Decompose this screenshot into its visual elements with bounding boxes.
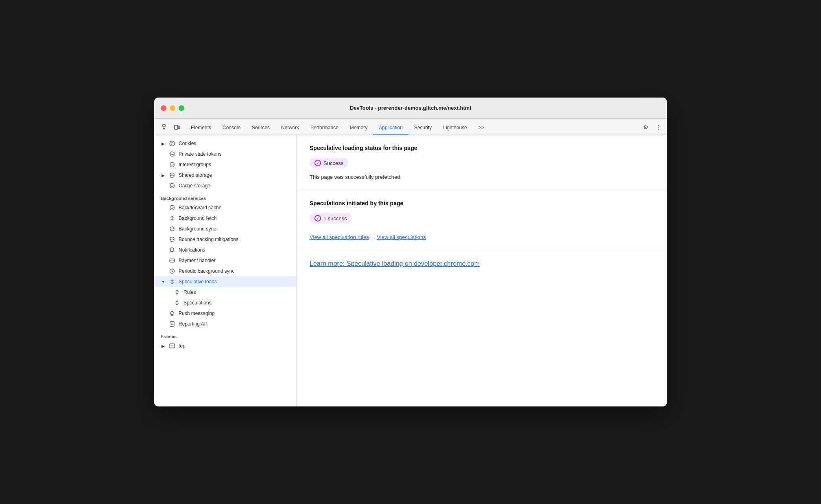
speculative-loads-label: Speculative loads — [179, 279, 217, 285]
view-all-speculations-link[interactable]: View all speculations — [377, 234, 426, 240]
sidebar-item-push-messaging[interactable]: Push messaging — [154, 308, 296, 319]
push-messaging-label: Push messaging — [179, 311, 215, 316]
tab-elements[interactable]: Elements — [185, 122, 217, 135]
one-success-checkmark-icon: ✓ — [314, 215, 321, 222]
learn-more-section: Learn more: Speculative loading on devel… — [297, 250, 667, 277]
sidebar-item-reporting-api[interactable]: Reporting API — [154, 319, 296, 329]
title-bar: DevTools - prerender-demos.glitch.me/nex… — [154, 98, 667, 119]
sidebar-item-speculative-loads[interactable]: ▼ Speculative loads — [154, 276, 296, 287]
svg-rect-21 — [170, 344, 175, 348]
notifications-icon — [169, 247, 175, 253]
toolbar-icons — [157, 122, 185, 135]
svg-rect-4 — [178, 126, 180, 129]
close-button[interactable] — [161, 105, 166, 111]
back-forward-cache-label: Back/forward cache — [179, 205, 221, 211]
speculative-loading-description: This page was successfully prefetched. — [310, 174, 654, 180]
svg-point-14 — [170, 237, 174, 240]
speculations-initiated-section: Speculations initiated by this page ✓ 1 … — [297, 190, 667, 250]
svg-point-7 — [172, 143, 173, 143]
speculations-icon — [174, 300, 180, 306]
push-messaging-icon — [169, 310, 175, 317]
sidebar-item-notifications[interactable]: Notifications — [154, 245, 296, 255]
tab-network[interactable]: Network — [275, 122, 305, 135]
sidebar: ▶ Cookies — [154, 135, 297, 406]
device-toolbar-icon[interactable] — [172, 122, 182, 132]
frames-section-label: Frames — [154, 329, 296, 341]
links-row: View all speculation rules · View all sp… — [310, 234, 654, 240]
speculative-loading-title: Speculative loading status for this page — [310, 145, 654, 151]
shared-storage-expand-icon: ▶ — [161, 173, 166, 178]
background-fetch-icon — [169, 215, 175, 222]
periodic-background-sync-label: Periodic background sync — [179, 268, 234, 274]
private-state-tokens-icon — [169, 151, 175, 157]
toolbar-right-icons: ⚙ ⋮ — [641, 122, 664, 135]
background-fetch-label: Background fetch — [179, 215, 216, 221]
cookies-expand-icon: ▶ — [161, 141, 166, 146]
sidebar-item-cookies[interactable]: ▶ Cookies — [154, 138, 296, 149]
tab-bar: Elements Console Sources Network Perform… — [154, 119, 667, 135]
sidebar-item-private-state-tokens[interactable]: Private state tokens — [154, 149, 296, 159]
shared-storage-icon — [169, 172, 175, 178]
svg-point-11 — [170, 173, 174, 176]
sidebar-item-background-sync[interactable]: Background sync — [154, 224, 296, 234]
dot-separator: · — [372, 234, 374, 240]
svg-rect-15 — [170, 259, 175, 262]
svg-rect-0 — [163, 124, 165, 127]
svg-point-12 — [170, 184, 174, 187]
cookies-icon — [169, 140, 175, 147]
top-frame-label: top — [179, 343, 186, 349]
sidebar-item-background-fetch[interactable]: Background fetch — [154, 213, 296, 224]
svg-point-5 — [170, 141, 175, 146]
tab-lighthouse[interactable]: Lighthouse — [437, 122, 473, 135]
svg-point-10 — [170, 163, 174, 165]
more-options-icon[interactable]: ⋮ — [654, 122, 664, 132]
main-content: ▶ Cookies — [154, 135, 667, 406]
interest-groups-icon — [169, 161, 175, 168]
settings-icon[interactable]: ⚙ — [641, 122, 651, 132]
sidebar-item-back-forward-cache[interactable]: Back/forward cache — [154, 202, 296, 213]
sidebar-item-cache-storage[interactable]: Cache storage — [154, 180, 296, 191]
inspect-element-icon[interactable] — [161, 122, 170, 132]
speculative-loads-expand-icon: ▼ — [161, 279, 166, 284]
interest-groups-label: Interest groups — [179, 162, 211, 167]
sidebar-item-periodic-background-sync[interactable]: Periodic background sync — [154, 266, 296, 276]
rules-label: Rules — [183, 289, 196, 295]
background-services-label: Background services — [154, 191, 296, 202]
background-sync-label: Background sync — [179, 226, 216, 232]
tab-application[interactable]: Application — [373, 122, 408, 135]
view-all-speculation-rules-link[interactable]: View all speculation rules — [310, 234, 369, 240]
top-frame-expand-icon: ▶ — [161, 343, 166, 348]
tab-security[interactable]: Security — [408, 122, 437, 135]
private-state-tokens-label: Private state tokens — [179, 151, 221, 157]
sidebar-item-payment-handler[interactable]: Payment handler — [154, 255, 296, 266]
svg-rect-18 — [170, 322, 174, 326]
svg-rect-3 — [175, 125, 178, 129]
speculations-initiated-title: Speculations initiated by this page — [310, 200, 654, 206]
payment-handler-icon — [169, 257, 175, 264]
sidebar-item-speculations[interactable]: Speculations — [154, 298, 296, 308]
sidebar-item-rules[interactable]: Rules — [154, 287, 296, 298]
success-checkmark-icon: ✓ — [314, 160, 321, 166]
notifications-label: Notifications — [179, 247, 205, 253]
tab-console[interactable]: Console — [217, 122, 246, 135]
maximize-button[interactable] — [179, 105, 184, 111]
rules-icon — [174, 289, 180, 295]
cache-storage-label: Cache storage — [179, 183, 210, 189]
success-badge: ✓ Success — [310, 158, 348, 168]
sidebar-item-interest-groups[interactable]: Interest groups — [154, 159, 296, 170]
tab-more[interactable]: >> — [473, 122, 490, 135]
sidebar-item-shared-storage[interactable]: ▶ Shared storage — [154, 170, 296, 180]
traffic-lights — [161, 105, 184, 111]
shared-storage-label: Shared storage — [179, 172, 212, 178]
minimize-button[interactable] — [170, 105, 175, 111]
speculations-label: Speculations — [183, 300, 212, 306]
content-panel: Speculative loading status for this page… — [297, 135, 667, 406]
tab-performance[interactable]: Performance — [305, 122, 344, 135]
speculative-loading-status-section: Speculative loading status for this page… — [297, 135, 667, 190]
tab-memory[interactable]: Memory — [344, 122, 373, 135]
tab-sources[interactable]: Sources — [246, 122, 275, 135]
window-title: DevTools - prerender-demos.glitch.me/nex… — [350, 105, 471, 111]
sidebar-item-top-frame[interactable]: ▶ top — [154, 341, 296, 351]
sidebar-item-bounce-tracking[interactable]: Bounce tracking mitigations — [154, 234, 296, 245]
learn-more-link[interactable]: Learn more: Speculative loading on devel… — [310, 260, 480, 267]
